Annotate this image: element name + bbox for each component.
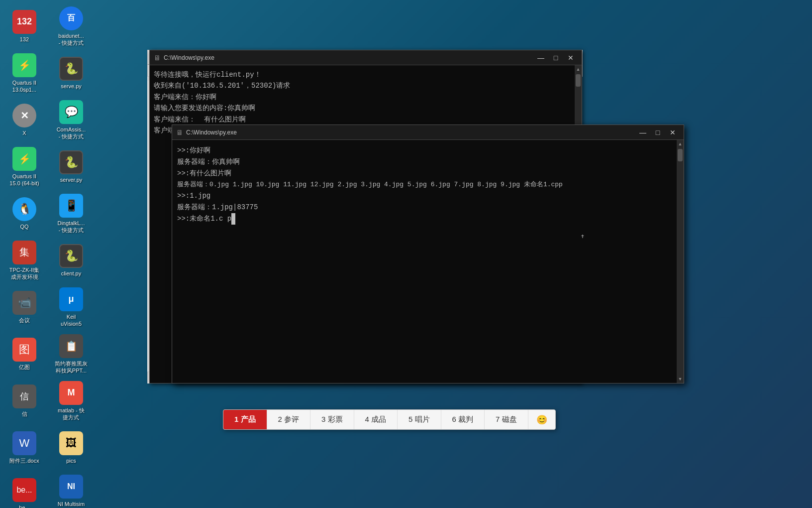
desktop-icon-keil[interactable]: μ KeiluVision5: [51, 285, 92, 330]
desktop: 132 132 百 baidunet...- 快捷方式 ⚡ Quartus II…: [0, 0, 812, 508]
cmd-close-server[interactable]: ✕: [564, 52, 578, 63]
tab-5-record[interactable]: 5 唱片: [398, 410, 441, 429]
cmd-title-area-client: 🖥 C:\Windows\py.exe: [176, 128, 237, 136]
cmd-icon-client: 🖥: [176, 128, 183, 136]
tab-2-review[interactable]: 2 参评: [267, 410, 311, 429]
cmd-title-server: C:\Windows\py.exe: [164, 54, 214, 61]
cmd-line-5: 客户端来信： 有什么图片啊: [154, 114, 578, 125]
tab-3-lottery[interactable]: 3 彩票: [310, 410, 354, 429]
cmd-fg-line-7: >>:未命名1.c p: [177, 213, 679, 225]
tab-bar: 1 产品 2 参评 3 彩票 4 成品 5 唱片 6 裁判 7 磁盘 😊: [223, 409, 556, 430]
cmd-fg-line-3: >>:有什么图片啊: [177, 168, 679, 179]
tab-7-disk[interactable]: 7 磁盘: [485, 410, 528, 429]
cmd-fg-line-5: >>:1.jpg: [177, 190, 679, 202]
cmd-line-2: 收到来自('10.136.5.201'，52302)请求: [154, 80, 578, 91]
tab-6-judge[interactable]: 6 裁判: [441, 410, 485, 429]
desktop-icon-multisim[interactable]: NI NI Multisim14.0: [51, 472, 92, 508]
desktop-icon-servepy[interactable]: 🐍 serve.py: [51, 51, 92, 96]
desktop-icon-baidunet[interactable]: 百 baidunet...- 快捷方式: [51, 4, 92, 49]
desktop-icon-comassis[interactable]: 💬 ComAssis...- 快捷方式: [51, 98, 92, 142]
cmd-window-client: 🖥 C:\Windows\py.exe — □ ✕ >>:你好啊 服务器端：你真…: [172, 125, 684, 383]
cmd-controls-client: — □ ✕: [636, 127, 680, 138]
desktop-icon-docx[interactable]: W 附件三.docx: [4, 425, 45, 470]
desktop-icon-dingtalk[interactable]: 📱 DingtalkL...- 快捷方式: [51, 191, 92, 236]
cmd-line-4: 请输入您要发送的内容:你真帅啊: [154, 103, 578, 114]
scroll-thumb-client[interactable]: [678, 149, 683, 161]
desktop-icon-meeting[interactable]: 📹 会议: [4, 285, 45, 330]
cmd-minimize-server[interactable]: —: [534, 52, 548, 63]
cmd-maximize-server[interactable]: □: [549, 52, 563, 63]
desktop-icon-qq[interactable]: 🐧 QQ: [4, 191, 45, 236]
cmd-title-text-client: C:\Windows\py.exe: [186, 129, 237, 136]
desktop-icon-clientpy[interactable]: 🐍 client.py: [51, 238, 92, 283]
mouse-cursor: ✝: [581, 232, 584, 241]
tab-4-product[interactable]: 4 成品: [354, 410, 398, 429]
cmd-close-client[interactable]: ✕: [666, 127, 680, 138]
tab-1-product[interactable]: 1 产品: [223, 410, 267, 429]
desktop-icon-xin[interactable]: 信 信: [4, 379, 45, 423]
cmd-titlebar-client: 🖥 C:\Windows\py.exe — □ ✕: [172, 125, 684, 140]
cmd-fg-line-2: 服务器端：你真帅啊: [177, 156, 679, 168]
desktop-icon-serverpy[interactable]: 🐍 server.py: [51, 144, 92, 189]
desktop-icon-quartus1[interactable]: ⚡ Quartus II13.0sp1...: [4, 51, 45, 96]
scroll-up-client[interactable]: ▲: [677, 140, 684, 148]
scrollbar-client[interactable]: ▲ ▼: [677, 140, 684, 383]
desktop-icon-be[interactable]: be... be...: [4, 472, 45, 508]
cmd-fg-line-1: >>:你好啊: [177, 145, 679, 156]
cmd-minimize-client[interactable]: —: [636, 127, 650, 138]
cmd-fg-line-6: 服务器端：1.jpg|83775: [177, 202, 679, 213]
desktop-icon-tpczk[interactable]: 集 TPC-ZK-II集成开发环境: [4, 238, 45, 283]
desktop-icon-grid: 132 132 百 baidunet...- 快捷方式 ⚡ Quartus II…: [0, 0, 100, 448]
scroll-up-server[interactable]: ▲: [575, 65, 582, 73]
scroll-down-client[interactable]: ▼: [678, 377, 683, 381]
cmd-fg-line-4: 服务器端：0.jpg 1.jpg 10.jpg 11.jpg 12.jpg 2.…: [177, 179, 679, 190]
tab-emoji[interactable]: 😊: [528, 410, 555, 429]
desktop-icon-quartus2[interactable]: ⚡ Quartus II15.0 (64-bit): [4, 144, 45, 189]
desktop-icon-x[interactable]: ✕ X: [4, 98, 45, 142]
desktop-icon-ppt[interactable]: 📋 简约赛推黑灰科技风PPT...: [51, 332, 92, 377]
cmd-content-client: >>:你好啊 服务器端：你真帅啊 >>:有什么图片啊 服务器端：0.jpg 1.…: [172, 140, 684, 383]
cmd-line-1: 等待连接哦，快运行client.py！: [154, 69, 578, 80]
desktop-icon-yitu[interactable]: 图 亿图: [4, 332, 45, 377]
desktop-icon-132[interactable]: 132 132: [4, 4, 45, 49]
cmd-controls-server: — □ ✕: [534, 52, 578, 63]
cmd-titlebar-server: 🖥 C:\Windows\py.exe — □ ✕: [150, 50, 582, 65]
cmd-line-3: 客户端来信：你好啊: [154, 92, 578, 103]
scroll-thumb-server[interactable]: [576, 74, 581, 87]
desktop-icon-matlab[interactable]: M matlab - 快捷方式: [51, 379, 92, 423]
cmd-maximize-client[interactable]: □: [651, 127, 665, 138]
desktop-icon-pics[interactable]: 🖼 pics: [51, 425, 92, 470]
